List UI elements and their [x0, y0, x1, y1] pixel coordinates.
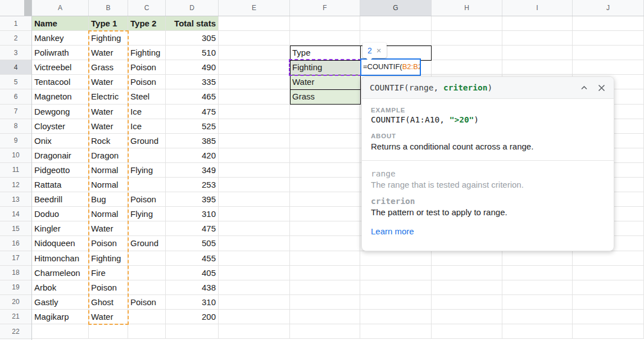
- cell-G17[interactable]: [360, 251, 432, 266]
- cell-B22[interactable]: [89, 324, 128, 339]
- row-header-8[interactable]: 8: [0, 119, 31, 134]
- cell-C11[interactable]: Flying: [128, 163, 166, 178]
- cell-E14[interactable]: [219, 207, 290, 221]
- cell-I1[interactable]: [502, 16, 573, 31]
- cell-B16[interactable]: Poison: [89, 236, 128, 251]
- row-header-5[interactable]: 5: [0, 75, 31, 89]
- cell-C17[interactable]: [128, 251, 166, 266]
- cell-G1[interactable]: [360, 16, 432, 31]
- cell-A13[interactable]: Beedrill: [32, 192, 89, 207]
- cell-B21[interactable]: Water: [89, 310, 128, 324]
- cell-I2[interactable]: [502, 31, 573, 46]
- cell-H22[interactable]: [432, 324, 502, 339]
- cell-E4[interactable]: [219, 60, 290, 75]
- cell-F20[interactable]: [290, 295, 360, 310]
- row-header-4[interactable]: 4: [0, 60, 31, 75]
- cell-D6[interactable]: 465: [166, 89, 219, 104]
- cell-B4[interactable]: Grass: [89, 60, 128, 75]
- row-header-16[interactable]: 16: [0, 236, 31, 251]
- cell-F8[interactable]: [290, 119, 360, 134]
- cell-C1[interactable]: Type 2: [128, 16, 166, 31]
- cell-J4[interactable]: [573, 60, 644, 75]
- column-header-H[interactable]: H: [432, 0, 502, 16]
- cell-B17[interactable]: Fighting: [89, 251, 128, 266]
- cell-F7[interactable]: [290, 105, 360, 119]
- cell-E8[interactable]: [219, 119, 290, 134]
- column-header-C[interactable]: C: [128, 0, 166, 16]
- cell-D16[interactable]: 505: [166, 236, 219, 251]
- cell-A2[interactable]: Mankey: [32, 31, 89, 46]
- cell-F5[interactable]: Water: [290, 75, 360, 89]
- row-header-12[interactable]: 12: [0, 178, 31, 192]
- cell-C15[interactable]: [128, 221, 166, 236]
- cell-A21[interactable]: Magikarp: [32, 310, 89, 324]
- cell-G22[interactable]: [360, 324, 432, 339]
- cell-A4[interactable]: Victreebel: [32, 60, 89, 75]
- cell-E1[interactable]: [219, 16, 290, 31]
- row-header-1[interactable]: 1: [0, 16, 31, 31]
- cell-D14[interactable]: 310: [166, 207, 219, 221]
- cell-C3[interactable]: Fighting: [128, 46, 166, 60]
- row-header-20[interactable]: 20: [0, 295, 31, 310]
- cell-B18[interactable]: Fire: [89, 266, 128, 280]
- cell-H17[interactable]: [432, 251, 502, 266]
- cell-F22[interactable]: [290, 324, 360, 339]
- cell-D22[interactable]: [166, 324, 219, 339]
- cell-B8[interactable]: Water: [89, 119, 128, 134]
- cell-A20[interactable]: Gastly: [32, 295, 89, 310]
- cell-G18[interactable]: [360, 266, 432, 280]
- cell-C8[interactable]: Ice: [128, 119, 166, 134]
- cell-B12[interactable]: Normal: [89, 178, 128, 192]
- cell-F12[interactable]: [290, 178, 360, 192]
- cell-B5[interactable]: Water: [89, 75, 128, 89]
- cell-I3[interactable]: [502, 46, 573, 60]
- cell-B2[interactable]: Fighting: [89, 31, 128, 46]
- cell-A15[interactable]: Kingler: [32, 221, 89, 236]
- column-header-I[interactable]: I: [502, 0, 573, 16]
- cell-F19[interactable]: [290, 280, 360, 295]
- row-header-13[interactable]: 13: [0, 192, 31, 207]
- cell-H2[interactable]: [432, 31, 502, 46]
- row-header-18[interactable]: 18: [0, 266, 31, 280]
- cell-A12[interactable]: Rattata: [32, 178, 89, 192]
- cell-B14[interactable]: Normal: [89, 207, 128, 221]
- cell-H21[interactable]: [432, 310, 502, 324]
- cell-D1[interactable]: Total stats: [166, 16, 219, 31]
- cell-D13[interactable]: 395: [166, 192, 219, 207]
- cell-I22[interactable]: [502, 324, 573, 339]
- cell-D9[interactable]: 385: [166, 134, 219, 148]
- cell-H20[interactable]: [432, 295, 502, 310]
- cell-A22[interactable]: [32, 324, 89, 339]
- cell-E12[interactable]: [219, 178, 290, 192]
- row-header-9[interactable]: 9: [0, 134, 31, 148]
- cell-F1[interactable]: [290, 16, 360, 31]
- cell-D4[interactable]: 490: [166, 60, 219, 75]
- column-header-D[interactable]: D: [166, 0, 219, 16]
- learn-more-link[interactable]: Learn more: [371, 226, 414, 236]
- row-header-14[interactable]: 14: [0, 207, 31, 221]
- cell-A14[interactable]: Doduo: [32, 207, 89, 221]
- row-header-22[interactable]: 22: [0, 324, 31, 339]
- cell-A10[interactable]: Dragonair: [32, 148, 89, 163]
- cell-I19[interactable]: [502, 280, 573, 295]
- cell-C6[interactable]: Steel: [128, 89, 166, 104]
- cell-A9[interactable]: Onix: [32, 134, 89, 148]
- cell-E5[interactable]: [219, 75, 290, 89]
- row-header-19[interactable]: 19: [0, 280, 31, 295]
- cell-C20[interactable]: Poison: [128, 295, 166, 310]
- cell-D8[interactable]: 525: [166, 119, 219, 134]
- cell-D18[interactable]: 405: [166, 266, 219, 280]
- cell-I17[interactable]: [502, 251, 573, 266]
- cell-C14[interactable]: Flying: [128, 207, 166, 221]
- cell-H18[interactable]: [432, 266, 502, 280]
- cell-E3[interactable]: [219, 46, 290, 60]
- cell-B19[interactable]: Poison: [89, 280, 128, 295]
- column-header-E[interactable]: E: [219, 0, 290, 16]
- cell-D3[interactable]: 510: [166, 46, 219, 60]
- cell-F10[interactable]: [290, 148, 360, 163]
- row-header-7[interactable]: 7: [0, 105, 31, 119]
- row-header-10[interactable]: 10: [0, 148, 31, 163]
- cell-B13[interactable]: Bug: [89, 192, 128, 207]
- cell-J22[interactable]: [573, 324, 644, 339]
- cell-B11[interactable]: Normal: [89, 163, 128, 178]
